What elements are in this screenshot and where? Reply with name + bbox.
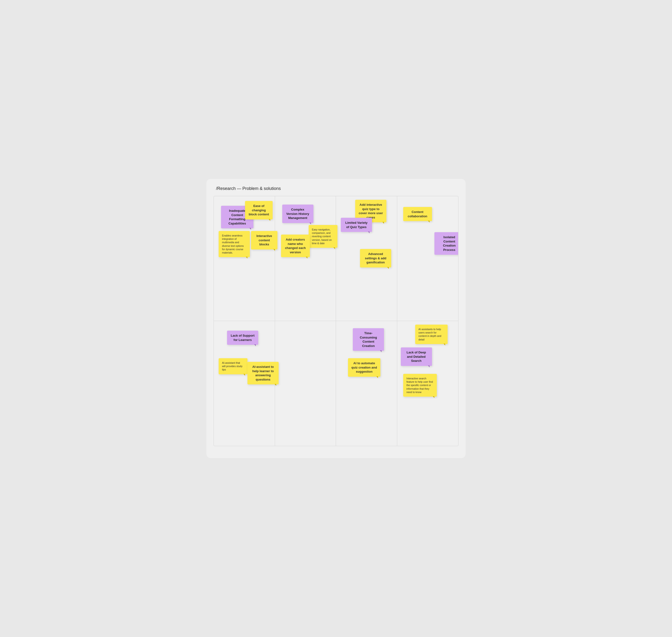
cell-1-4: Isolated Content Creation Process Conten… <box>397 196 459 321</box>
cell-2-1: Lack of Support for Learners AI-assistan… <box>214 321 275 446</box>
cell-1-2: Complex Version History Management Easy … <box>275 196 336 321</box>
cell-2-3: Time-Consuming Content Creation AI to au… <box>336 321 397 446</box>
sticky-content-collaboration[interactable]: Content collaboration <box>403 207 432 221</box>
cell-1-1: Inadequate Content Formatting Capabiliti… <box>214 196 275 321</box>
sticky-time-consuming[interactable]: Time-Consuming Content Creation <box>353 328 384 351</box>
sticky-complex-version[interactable]: Complex Version History Management <box>282 204 314 223</box>
sticky-interactive-content-blocks[interactable]: Interactive content blocks <box>251 231 277 250</box>
grid: Inadequate Content Formatting Capabiliti… <box>213 196 459 446</box>
sticky-ai-answering[interactable]: AI-assistant to help learner to answerin… <box>247 362 279 384</box>
cell-2-2 <box>275 321 336 446</box>
sticky-ai-study-tips[interactable]: AI-assistant that will provides study ti… <box>219 358 247 374</box>
sticky-limited-variety[interactable]: Limited Variety of Quiz Types <box>341 218 372 232</box>
board: /Research — Problem & solutions Inadequa… <box>206 179 466 458</box>
sticky-ai-automate[interactable]: AI to automate quiz creation and suggest… <box>348 358 380 377</box>
sticky-ease-changing[interactable]: Ease of changing block content <box>245 201 273 219</box>
sticky-lack-deep-search[interactable]: Lack of Deep and Detailed Search <box>401 347 432 366</box>
sticky-enables-seamless[interactable]: Enables seamless integration of multimed… <box>219 231 250 257</box>
sticky-lack-support-learners[interactable]: Lack of Support for Learners <box>227 331 258 345</box>
sticky-isolated-content[interactable]: Isolated Content Creation Process <box>434 232 459 255</box>
board-title: /Research — Problem & solutions <box>213 186 459 191</box>
sticky-ai-assistants-search[interactable]: AI assistants to help users search for c… <box>415 325 448 344</box>
cell-2-4: AI assistants to help users search for c… <box>397 321 459 446</box>
sticky-add-creators[interactable]: Add creators name who changed each versi… <box>281 235 310 257</box>
sticky-easy-navigation[interactable]: Easy navigation, comparison, and reverti… <box>309 225 337 248</box>
sticky-interactive-search[interactable]: Interactive search feature to help user … <box>403 374 437 397</box>
cell-1-3: Add interactive quiz type to cover more … <box>336 196 397 321</box>
sticky-advanced-settings[interactable]: Advanced settings & add gamification <box>360 249 391 268</box>
